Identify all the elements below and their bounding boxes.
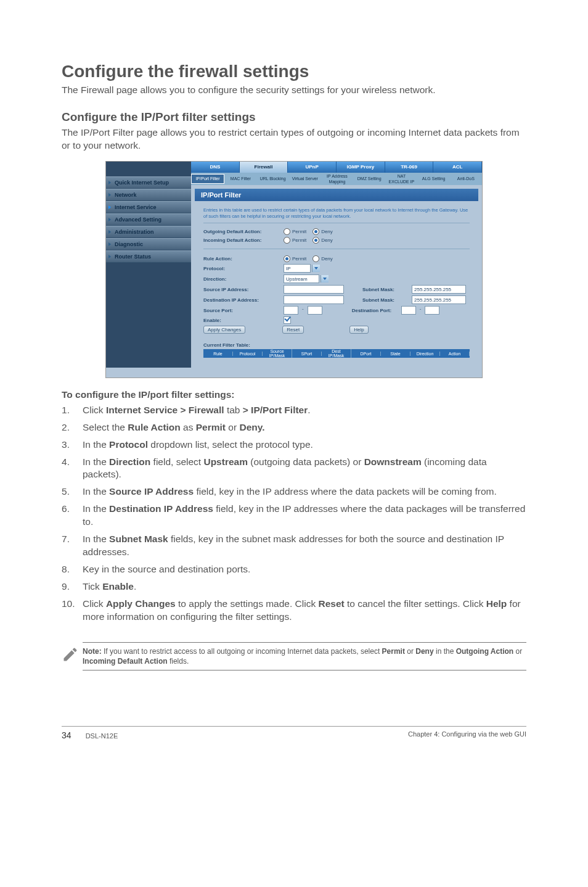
- subtab-nat[interactable]: NAT EXCLUDE IP: [385, 173, 417, 184]
- col-srcip: Source IP/Mask: [263, 349, 292, 358]
- note-block: Note: If you want to restrict access to …: [62, 642, 526, 670]
- instruction-list: Click Internet Service > Firewall tab > …: [62, 404, 526, 624]
- chevron-down-icon[interactable]: [312, 265, 320, 272]
- dst-ip-row: Destination IP Address: Subnet Mask: 255…: [203, 295, 470, 304]
- sidebar-item-network[interactable]: Network: [106, 189, 191, 201]
- rule-permit-label: Permit: [292, 256, 306, 262]
- reset-button[interactable]: Reset: [282, 326, 304, 334]
- page-number: 34: [62, 730, 71, 740]
- apply-changes-button[interactable]: Apply Changes: [203, 326, 245, 334]
- section-intro: The IP/Port Filter page allows you to re…: [62, 126, 526, 152]
- tab-dns[interactable]: DNS: [191, 162, 240, 173]
- dst-port-from[interactable]: [401, 306, 416, 315]
- step-9: Tick Enable.: [62, 580, 526, 593]
- src-port-to[interactable]: [308, 306, 322, 315]
- step-10: Click Apply Changes to apply the setting…: [62, 598, 526, 624]
- step-5: In the Source IP Address field, key in t…: [62, 485, 526, 498]
- tab-upnp[interactable]: UPnP: [288, 162, 337, 173]
- step-7: In the Subnet Mask fields, key in the su…: [62, 533, 526, 559]
- dst-port-label: Destination Port:: [352, 308, 401, 313]
- subtab-ipmap[interactable]: IP Address Mapping: [321, 173, 353, 184]
- src-port-row: Source Port: - Destination Port: -: [203, 306, 470, 315]
- tab-tr069[interactable]: TR-069: [385, 162, 434, 173]
- step-8: Key in the source and destination ports.: [62, 563, 526, 576]
- page-intro: The Firewall page allows you to configur…: [62, 84, 526, 97]
- step-1: Click Internet Service > Firewall tab > …: [62, 404, 526, 417]
- subnet-mask-label-2: Subnet Mask:: [362, 297, 412, 303]
- subtabs: IP/Port Filter MAC Filter URL Blocking V…: [191, 173, 482, 185]
- panel-title: IP/Port Filter: [195, 189, 478, 201]
- col-action: Action: [440, 352, 470, 356]
- outgoing-deny-radio[interactable]: [312, 228, 319, 235]
- enable-checkbox[interactable]: [284, 316, 291, 324]
- dst-port-to[interactable]: [425, 306, 439, 315]
- router-ui-screenshot: Quick Internet Setup Network Internet Se…: [105, 161, 483, 378]
- permit-label-2: Permit: [292, 237, 306, 243]
- src-port-from[interactable]: [284, 306, 298, 315]
- rule-deny-radio[interactable]: [312, 255, 319, 262]
- subtab-alg[interactable]: ALG Setting: [418, 176, 450, 181]
- subtab-virtual[interactable]: Virtual Server: [289, 176, 321, 181]
- col-direction: Direction: [410, 352, 440, 356]
- tabs: DNS Firewall UPnP IGMP Proxy TR-069 ACL: [191, 162, 482, 173]
- content-area: DNS Firewall UPnP IGMP Proxy TR-069 ACL …: [191, 162, 482, 377]
- subnet-mask-label-1: Subnet Mask:: [362, 287, 412, 292]
- button-row: Apply Changes Reset Help: [203, 326, 470, 334]
- outgoing-label: Outgoing Default Action:: [203, 229, 284, 234]
- subtab-antidos[interactable]: Anti-DoS: [450, 176, 482, 181]
- dst-ip-input[interactable]: [284, 295, 344, 304]
- sidebar-item-quick-setup[interactable]: Quick Internet Setup: [106, 176, 191, 189]
- dash: -: [302, 306, 304, 315]
- filter-table: Current Filter Table: Rule Protocol Sour…: [203, 342, 470, 358]
- sidebar-item-diagnostic[interactable]: Diagnostic: [106, 238, 191, 250]
- note-text: Note: If you want to restrict access to …: [83, 642, 526, 670]
- deny-label: Deny: [321, 229, 333, 234]
- protocol-value: IP: [286, 266, 291, 271]
- tab-acl[interactable]: ACL: [433, 162, 482, 173]
- direction-select[interactable]: Upstream: [284, 274, 319, 283]
- outgoing-permit-radio[interactable]: [284, 228, 290, 235]
- subnet-mask-input-1[interactable]: 255.255.255.255: [412, 285, 466, 294]
- section-title: Configure the IP/Port filter settings: [62, 110, 526, 124]
- tab-igmp[interactable]: IGMP Proxy: [337, 162, 385, 173]
- col-dport: DPort: [351, 352, 381, 356]
- page-footer: 34 DSL-N12E Chapter 4: Configuring via t…: [62, 726, 526, 740]
- outgoing-default-row: Outgoing Default Action: Permit Deny: [203, 228, 470, 235]
- protocol-label: Protocol:: [203, 266, 284, 271]
- src-ip-row: Source IP Address: Subnet Mask: 255.255.…: [203, 285, 470, 294]
- subnet-mask-input-2[interactable]: 255.255.255.255: [412, 295, 466, 304]
- help-button[interactable]: Help: [349, 326, 368, 334]
- dash-2: -: [420, 306, 422, 315]
- incoming-deny-radio[interactable]: [312, 237, 319, 244]
- panel-body: Entries in this table are used to restri…: [195, 201, 478, 365]
- chevron-down-icon[interactable]: [321, 275, 329, 283]
- rule-permit-radio[interactable]: [284, 255, 290, 262]
- subtab-url[interactable]: URL Blocking: [256, 176, 288, 181]
- sidebar-item-internet-service[interactable]: Internet Service: [106, 201, 191, 213]
- subtab-mac[interactable]: MAC Filter: [224, 176, 256, 181]
- subtab-dmz[interactable]: DMZ Setting: [353, 176, 385, 181]
- step-4: In the Direction field, select Upstream …: [62, 456, 526, 482]
- direction-label: Direction:: [203, 276, 284, 282]
- direction-value: Upstream: [286, 276, 308, 282]
- footer-model: DSL-N12E: [86, 732, 118, 740]
- sidebar: Quick Internet Setup Network Internet Se…: [106, 162, 191, 368]
- src-ip-label: Source IP Address:: [203, 287, 284, 292]
- sidebar-item-administration[interactable]: Administration: [106, 226, 191, 238]
- rule-action-row: Rule Action: Permit Deny: [203, 255, 470, 262]
- sidebar-item-advanced[interactable]: Advanced Setting: [106, 213, 191, 226]
- protocol-select[interactable]: IP: [284, 264, 311, 273]
- col-protocol: Protocol: [233, 352, 263, 356]
- step-3: In the Protocol dropdown list, select th…: [62, 439, 526, 452]
- panel-info: Entries in this table are used to restri…: [203, 205, 470, 224]
- tab-firewall[interactable]: Firewall: [240, 162, 288, 173]
- incoming-permit-radio[interactable]: [284, 237, 290, 244]
- sidebar-item-router-status[interactable]: Router Status: [106, 250, 191, 263]
- protocol-row: Protocol: IP: [203, 264, 470, 273]
- src-ip-input[interactable]: [284, 285, 344, 294]
- direction-row: Direction: Upstream: [203, 274, 470, 283]
- rule-action-label: Rule Action:: [203, 256, 284, 262]
- subtab-ipport[interactable]: IP/Port Filter: [191, 174, 224, 184]
- step-2: Select the Rule Action as Permit or Deny…: [62, 421, 526, 434]
- filter-table-header: Rule Protocol Source IP/Mask SPort Dest …: [203, 349, 470, 358]
